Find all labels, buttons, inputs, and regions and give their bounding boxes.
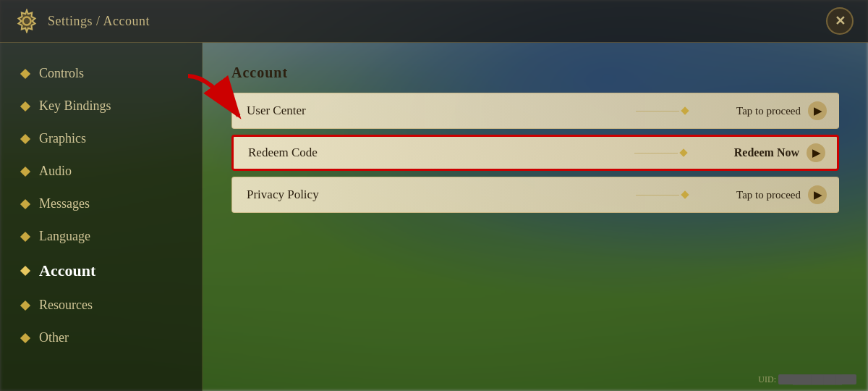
sidebar-item-language[interactable]: Language [0, 220, 202, 253]
setting-row-redeem-code[interactable]: Redeem CodeRedeem Now▶ [231, 135, 839, 171]
diamond-icon [20, 133, 30, 143]
section-title: Account [231, 64, 839, 81]
sidebar-item-label: Audio [39, 164, 72, 179]
sidebar: ControlsKey BindingsGraphicsAudioMessage… [0, 43, 203, 391]
diamond-icon [20, 231, 30, 241]
sidebar-item-label: Other [39, 330, 69, 345]
settings-panel: Settings / Account ✕ ControlsKey Binding… [0, 0, 868, 391]
setting-row-label: Redeem Code [234, 146, 629, 160]
uid-label: UID: [758, 374, 776, 384]
setting-divider [630, 192, 694, 198]
close-button[interactable]: ✕ [826, 7, 854, 35]
setting-action-text: Tap to proceed [736, 189, 801, 201]
sidebar-item-account[interactable]: Account [0, 253, 202, 289]
setting-action-area: Tap to proceed▶ [694, 101, 838, 120]
setting-row-user-center[interactable]: User CenterTap to proceed▶ [231, 93, 839, 129]
sidebar-item-resources[interactable]: Resources [0, 289, 202, 321]
setting-action-text: Tap to proceed [736, 105, 801, 117]
sidebar-item-label: Key Bindings [39, 98, 111, 114]
sidebar-item-other[interactable]: Other [0, 321, 202, 354]
setting-row-label: Privacy Policy [232, 188, 630, 202]
arrow-circle-icon: ▶ [808, 185, 827, 204]
sidebar-item-label: Resources [39, 298, 93, 313]
setting-action-area: Redeem Now▶ [692, 143, 837, 162]
diamond-icon [20, 101, 30, 111]
gear-icon [14, 9, 39, 33]
content-area: ControlsKey BindingsGraphicsAudioMessage… [0, 43, 868, 391]
setting-divider [630, 108, 694, 114]
diamond-icon [20, 332, 30, 342]
settings-rows: User CenterTap to proceed▶Redeem CodeRed… [231, 93, 839, 213]
header-title: Settings / Account [48, 14, 150, 29]
sidebar-item-controls[interactable]: Controls [0, 57, 202, 90]
uid-value: ████████ [778, 374, 856, 384]
diamond-icon [20, 300, 30, 310]
main-content: Account User CenterTap to proceed▶Redeem… [203, 43, 868, 391]
sidebar-item-key-bindings[interactable]: Key Bindings [0, 90, 202, 122]
setting-row-privacy-policy[interactable]: Privacy PolicyTap to proceed▶ [231, 177, 839, 213]
sidebar-item-label: Messages [39, 196, 90, 211]
sidebar-item-audio[interactable]: Audio [0, 155, 202, 188]
setting-row-label: User Center [232, 104, 630, 118]
sidebar-item-messages[interactable]: Messages [0, 188, 202, 220]
setting-action-area: Tap to proceed▶ [694, 185, 838, 204]
sidebar-item-label: Account [39, 261, 95, 280]
diamond-icon [20, 68, 30, 78]
sidebar-item-label: Controls [39, 66, 84, 81]
setting-divider [629, 150, 692, 156]
diamond-icon [20, 198, 30, 209]
sidebar-item-label: Graphics [39, 131, 86, 146]
arrow-circle-icon: ▶ [808, 101, 827, 120]
sidebar-item-graphics[interactable]: Graphics [0, 122, 202, 155]
arrow-circle-icon: ▶ [807, 143, 825, 162]
sidebar-item-label: Language [39, 229, 90, 244]
diamond-icon [20, 166, 30, 176]
header-bar: Settings / Account ✕ [0, 0, 868, 43]
diamond-icon [20, 266, 30, 276]
setting-action-text: Redeem Now [734, 146, 799, 159]
uid-bar: UID: ████████ [758, 374, 856, 385]
